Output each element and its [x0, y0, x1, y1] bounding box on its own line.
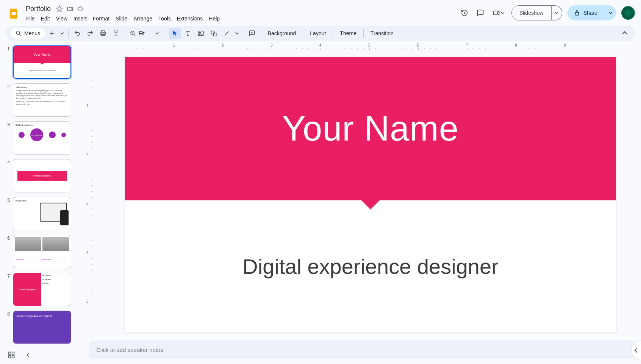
- slide-title[interactable]: Your Name: [282, 109, 459, 148]
- document-title[interactable]: Portfolio: [23, 4, 53, 14]
- menu-edit[interactable]: Edit: [38, 14, 53, 23]
- speaker-notes[interactable]: Click to add speaker notes: [89, 341, 636, 359]
- share-button[interactable]: Share: [568, 5, 605, 20]
- layout-button[interactable]: Layout: [306, 28, 330, 39]
- slide-thumbnail-4[interactable]: Portfolio samples: [13, 159, 71, 192]
- separator: [303, 29, 303, 37]
- svg-point-10: [199, 32, 200, 33]
- slide-thumbnail-2[interactable]: About meI'm passionate about building gr…: [13, 83, 71, 117]
- slide-subtitle[interactable]: Digital experience designer: [242, 254, 499, 279]
- header: Portfolio File Edit View Insert Format S…: [0, 0, 641, 24]
- thumb-number: 3: [6, 121, 10, 127]
- shape-tool[interactable]: [208, 28, 219, 39]
- svg-rect-13: [9, 352, 11, 355]
- background-button[interactable]: Background: [264, 28, 300, 39]
- theme-button[interactable]: Theme: [336, 28, 360, 39]
- history-icon[interactable]: [459, 8, 470, 18]
- comment-tool[interactable]: [246, 28, 258, 39]
- menu-slide[interactable]: Slide: [113, 14, 130, 23]
- cloud-icon[interactable]: [77, 5, 84, 12]
- star-icon[interactable]: [56, 5, 63, 12]
- slide-subtitle-block[interactable]: Digital experience designer: [125, 200, 616, 333]
- separator: [68, 29, 69, 37]
- separator: [125, 29, 125, 37]
- line-tool[interactable]: [221, 28, 232, 39]
- menu-arrange[interactable]: Arrange: [131, 14, 155, 23]
- menu-format[interactable]: Format: [90, 14, 112, 23]
- thumb-subtitle: Digital experience designer: [14, 63, 70, 78]
- menu-help[interactable]: Help: [206, 14, 222, 23]
- thumb-number: 6: [6, 235, 10, 241]
- paint-format-button[interactable]: [110, 28, 122, 39]
- svg-rect-1: [12, 12, 16, 15]
- menu-view[interactable]: View: [53, 14, 70, 23]
- title-area: Portfolio File Edit View Insert Format S…: [23, 4, 222, 23]
- svg-rect-14: [12, 352, 14, 355]
- slides-logo[interactable]: [6, 6, 21, 21]
- notes-placeholder: Click to add speaker notes: [96, 347, 163, 353]
- svg-rect-15: [9, 356, 11, 358]
- meet-icon[interactable]: [491, 8, 506, 18]
- toolbar: Menus Fit Background Layout Theme Transi…: [6, 26, 635, 41]
- line-dropdown[interactable]: [234, 28, 240, 39]
- select-tool[interactable]: [169, 28, 181, 39]
- separator: [333, 29, 333, 37]
- thumb-number: 4: [6, 159, 10, 165]
- grid-view-icon[interactable]: [8, 351, 15, 359]
- thumb-number: 8: [6, 311, 10, 317]
- thumb-number: 1: [6, 45, 10, 52]
- thumb-title: Your Name: [14, 46, 70, 63]
- view-controls: [8, 351, 32, 359]
- svg-rect-2: [493, 11, 497, 15]
- separator: [243, 29, 243, 37]
- ruler-horizontal: 123456789: [86, 43, 641, 50]
- transition-button[interactable]: Transition: [367, 28, 397, 39]
- new-slide-button[interactable]: [46, 28, 58, 39]
- thumb-number: 5: [6, 197, 10, 203]
- redo-button[interactable]: [84, 28, 96, 39]
- svg-rect-12: [213, 33, 216, 36]
- collapse-filmstrip-icon[interactable]: [24, 351, 32, 359]
- slide-canvas[interactable]: Your Name Digital experience designer: [125, 57, 616, 333]
- new-slide-dropdown[interactable]: [59, 28, 65, 39]
- thumb-number: 7: [6, 273, 10, 279]
- undo-button[interactable]: [72, 28, 83, 39]
- collapse-toolbar-icon[interactable]: [619, 28, 630, 39]
- ruler-vertical: 12345: [86, 51, 93, 354]
- print-button[interactable]: [97, 28, 109, 39]
- search-menus[interactable]: Menus: [11, 28, 45, 39]
- slide-thumbnail-7[interactable]: Career highlights UX DirectorSr. Designe…: [13, 273, 71, 306]
- slide-thumbnail-1[interactable]: Your Name Digital experience designer: [13, 45, 71, 79]
- slideshow-dropdown[interactable]: [552, 5, 562, 20]
- slide-title-block[interactable]: Your Name: [125, 57, 616, 200]
- textbox-tool[interactable]: [182, 28, 194, 39]
- svg-rect-3: [575, 12, 578, 16]
- zoom-control[interactable]: Fit: [128, 28, 163, 39]
- svg-rect-16: [12, 356, 14, 358]
- slide-thumbnail-3[interactable]: Skills & expertise User experience: [13, 121, 71, 155]
- avatar[interactable]: [621, 6, 635, 20]
- separator: [166, 29, 166, 37]
- slideshow-button[interactable]: Slideshow: [511, 5, 552, 20]
- thumb-number: 2: [6, 83, 10, 89]
- comments-icon[interactable]: [475, 8, 486, 18]
- slide-thumbnail-8[interactable]: Acme Design Award recipient: [13, 311, 71, 344]
- separator: [261, 29, 261, 37]
- menu-tools[interactable]: Tools: [156, 14, 174, 23]
- slide-thumbnail-5[interactable]: Project name: [13, 197, 71, 230]
- canvas-area[interactable]: Your Name Digital experience designer: [95, 51, 636, 337]
- thumbnail-panel[interactable]: 1 Your Name Digital experience designer …: [0, 43, 79, 364]
- svg-point-4: [16, 31, 20, 34]
- image-tool[interactable]: [195, 28, 206, 39]
- move-icon[interactable]: [67, 5, 73, 12]
- separator: [363, 29, 364, 37]
- svg-point-11: [211, 31, 214, 34]
- menu-insert[interactable]: Insert: [71, 14, 89, 23]
- slide-thumbnail-6[interactable]: Project nameProject name: [13, 235, 71, 268]
- share-dropdown[interactable]: [605, 5, 616, 20]
- menu-file[interactable]: File: [23, 14, 38, 23]
- menu-extensions[interactable]: Extensions: [174, 14, 205, 23]
- menu-bar: File Edit View Insert Format Slide Arran…: [23, 14, 222, 23]
